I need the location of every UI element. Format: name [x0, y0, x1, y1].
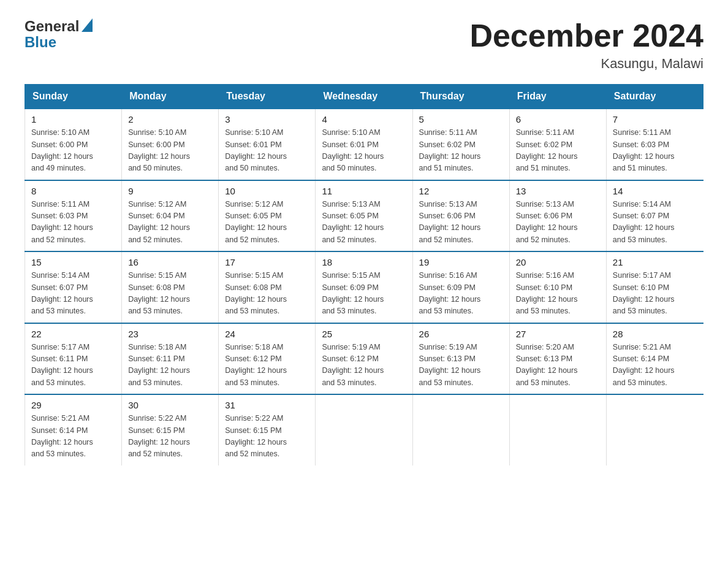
day-info: Sunrise: 5:10 AMSunset: 6:01 PMDaylight:…: [322, 127, 406, 175]
day-number: 5: [419, 114, 503, 124]
calendar-cell: 28Sunrise: 5:21 AMSunset: 6:14 PMDayligh…: [606, 323, 703, 395]
title-block: December 2024 Kasungu, Malawi: [469, 18, 703, 72]
calendar-cell: 9Sunrise: 5:12 AMSunset: 6:04 PMDaylight…: [122, 180, 219, 252]
header-tuesday: Tuesday: [219, 85, 316, 109]
calendar-cell: 25Sunrise: 5:19 AMSunset: 6:12 PMDayligh…: [316, 323, 412, 395]
day-number: 9: [128, 186, 212, 196]
calendar-cell: 10Sunrise: 5:12 AMSunset: 6:05 PMDayligh…: [219, 180, 316, 252]
calendar-cell: 3Sunrise: 5:10 AMSunset: 6:01 PMDaylight…: [219, 109, 316, 180]
calendar-table: SundayMondayTuesdayWednesdayThursdayFrid…: [25, 84, 703, 465]
day-info: Sunrise: 5:16 AMSunset: 6:09 PMDaylight:…: [419, 270, 503, 318]
calendar-cell: [412, 394, 509, 465]
day-number: 14: [613, 186, 697, 196]
week-row-3: 15Sunrise: 5:14 AMSunset: 6:07 PMDayligh…: [25, 251, 703, 323]
day-info: Sunrise: 5:17 AMSunset: 6:10 PMDaylight:…: [613, 270, 697, 318]
calendar-cell: 17Sunrise: 5:15 AMSunset: 6:08 PMDayligh…: [219, 251, 316, 323]
day-number: 25: [322, 329, 406, 339]
header-thursday: Thursday: [412, 85, 509, 109]
day-number: 29: [31, 400, 115, 410]
calendar-cell: 20Sunrise: 5:16 AMSunset: 6:10 PMDayligh…: [509, 251, 606, 323]
day-number: 4: [322, 114, 406, 124]
day-number: 21: [613, 257, 697, 267]
day-number: 27: [516, 329, 600, 339]
calendar-cell: 16Sunrise: 5:15 AMSunset: 6:08 PMDayligh…: [122, 251, 219, 323]
day-info: Sunrise: 5:13 AMSunset: 6:06 PMDaylight:…: [419, 199, 503, 247]
day-info: Sunrise: 5:18 AMSunset: 6:11 PMDaylight:…: [128, 342, 212, 389]
day-number: 24: [225, 329, 309, 339]
calendar-cell: 6Sunrise: 5:11 AMSunset: 6:02 PMDaylight…: [509, 109, 606, 180]
day-number: 20: [516, 257, 600, 267]
calendar-cell: 27Sunrise: 5:20 AMSunset: 6:13 PMDayligh…: [509, 323, 606, 395]
header-wednesday: Wednesday: [316, 85, 412, 109]
calendar-cell: 15Sunrise: 5:14 AMSunset: 6:07 PMDayligh…: [25, 251, 122, 323]
day-number: 7: [613, 114, 697, 124]
calendar-cell: 1Sunrise: 5:10 AMSunset: 6:00 PMDaylight…: [25, 109, 122, 180]
day-number: 28: [613, 329, 697, 339]
day-info: Sunrise: 5:15 AMSunset: 6:08 PMDaylight:…: [225, 270, 309, 318]
day-number: 23: [128, 329, 212, 339]
header-monday: Monday: [122, 85, 219, 109]
day-number: 12: [419, 186, 503, 196]
day-info: Sunrise: 5:15 AMSunset: 6:09 PMDaylight:…: [322, 270, 406, 318]
day-info: Sunrise: 5:11 AMSunset: 6:03 PMDaylight:…: [613, 127, 697, 175]
calendar-cell: 2Sunrise: 5:10 AMSunset: 6:00 PMDaylight…: [122, 109, 219, 180]
day-number: 30: [128, 400, 212, 410]
day-number: 11: [322, 186, 406, 196]
header-sunday: Sunday: [25, 85, 122, 109]
calendar-header-row: SundayMondayTuesdayWednesdayThursdayFrid…: [25, 85, 703, 109]
calendar-cell: 12Sunrise: 5:13 AMSunset: 6:06 PMDayligh…: [412, 180, 509, 252]
day-info: Sunrise: 5:12 AMSunset: 6:05 PMDaylight:…: [225, 199, 309, 247]
calendar-cell: 30Sunrise: 5:22 AMSunset: 6:15 PMDayligh…: [122, 394, 219, 465]
day-info: Sunrise: 5:14 AMSunset: 6:07 PMDaylight:…: [613, 199, 697, 247]
day-info: Sunrise: 5:21 AMSunset: 6:14 PMDaylight:…: [613, 342, 697, 389]
day-number: 17: [225, 257, 309, 267]
calendar-cell: 4Sunrise: 5:10 AMSunset: 6:01 PMDaylight…: [316, 109, 412, 180]
week-row-1: 1Sunrise: 5:10 AMSunset: 6:00 PMDaylight…: [25, 109, 703, 180]
day-info: Sunrise: 5:19 AMSunset: 6:13 PMDaylight:…: [419, 342, 503, 389]
calendar-cell: 31Sunrise: 5:22 AMSunset: 6:15 PMDayligh…: [219, 394, 316, 465]
calendar-cell: 26Sunrise: 5:19 AMSunset: 6:13 PMDayligh…: [412, 323, 509, 395]
calendar-cell: 24Sunrise: 5:18 AMSunset: 6:12 PMDayligh…: [219, 323, 316, 395]
location-title: Kasungu, Malawi: [469, 56, 703, 72]
day-number: 13: [516, 186, 600, 196]
svg-marker-0: [82, 18, 93, 32]
calendar-cell: 14Sunrise: 5:14 AMSunset: 6:07 PMDayligh…: [606, 180, 703, 252]
day-number: 31: [225, 400, 309, 410]
week-row-2: 8Sunrise: 5:11 AMSunset: 6:03 PMDaylight…: [25, 180, 703, 252]
day-info: Sunrise: 5:18 AMSunset: 6:12 PMDaylight:…: [225, 342, 309, 389]
week-row-4: 22Sunrise: 5:17 AMSunset: 6:11 PMDayligh…: [25, 323, 703, 395]
calendar-cell: 22Sunrise: 5:17 AMSunset: 6:11 PMDayligh…: [25, 323, 122, 395]
calendar-cell: [509, 394, 606, 465]
calendar-cell: 23Sunrise: 5:18 AMSunset: 6:11 PMDayligh…: [122, 323, 219, 395]
day-info: Sunrise: 5:21 AMSunset: 6:14 PMDaylight:…: [31, 413, 115, 461]
day-info: Sunrise: 5:20 AMSunset: 6:13 PMDaylight:…: [516, 342, 600, 389]
calendar-cell: [316, 394, 412, 465]
calendar-cell: 11Sunrise: 5:13 AMSunset: 6:05 PMDayligh…: [316, 180, 412, 252]
logo-triangle-icon: [82, 18, 93, 34]
month-title: December 2024: [469, 18, 703, 53]
page-header: General Blue December 2024 Kasungu, Mala…: [25, 18, 703, 72]
day-info: Sunrise: 5:22 AMSunset: 6:15 PMDaylight:…: [225, 413, 309, 461]
day-info: Sunrise: 5:10 AMSunset: 6:00 PMDaylight:…: [31, 127, 115, 175]
calendar-cell: 13Sunrise: 5:13 AMSunset: 6:06 PMDayligh…: [509, 180, 606, 252]
day-info: Sunrise: 5:11 AMSunset: 6:02 PMDaylight:…: [516, 127, 600, 175]
calendar-cell: 5Sunrise: 5:11 AMSunset: 6:02 PMDaylight…: [412, 109, 509, 180]
calendar-cell: 18Sunrise: 5:15 AMSunset: 6:09 PMDayligh…: [316, 251, 412, 323]
day-number: 10: [225, 186, 309, 196]
day-info: Sunrise: 5:10 AMSunset: 6:00 PMDaylight:…: [128, 127, 212, 175]
logo: General Blue: [25, 18, 93, 51]
day-info: Sunrise: 5:16 AMSunset: 6:10 PMDaylight:…: [516, 270, 600, 318]
day-info: Sunrise: 5:13 AMSunset: 6:05 PMDaylight:…: [322, 199, 406, 247]
calendar-cell: 29Sunrise: 5:21 AMSunset: 6:14 PMDayligh…: [25, 394, 122, 465]
day-number: 19: [419, 257, 503, 267]
day-info: Sunrise: 5:10 AMSunset: 6:01 PMDaylight:…: [225, 127, 309, 175]
day-info: Sunrise: 5:11 AMSunset: 6:02 PMDaylight:…: [419, 127, 503, 175]
header-friday: Friday: [509, 85, 606, 109]
week-row-5: 29Sunrise: 5:21 AMSunset: 6:14 PMDayligh…: [25, 394, 703, 465]
day-number: 1: [31, 114, 115, 124]
header-saturday: Saturday: [606, 85, 703, 109]
day-info: Sunrise: 5:13 AMSunset: 6:06 PMDaylight:…: [516, 199, 600, 247]
calendar-cell: 7Sunrise: 5:11 AMSunset: 6:03 PMDaylight…: [606, 109, 703, 180]
day-number: 8: [31, 186, 115, 196]
day-info: Sunrise: 5:19 AMSunset: 6:12 PMDaylight:…: [322, 342, 406, 389]
